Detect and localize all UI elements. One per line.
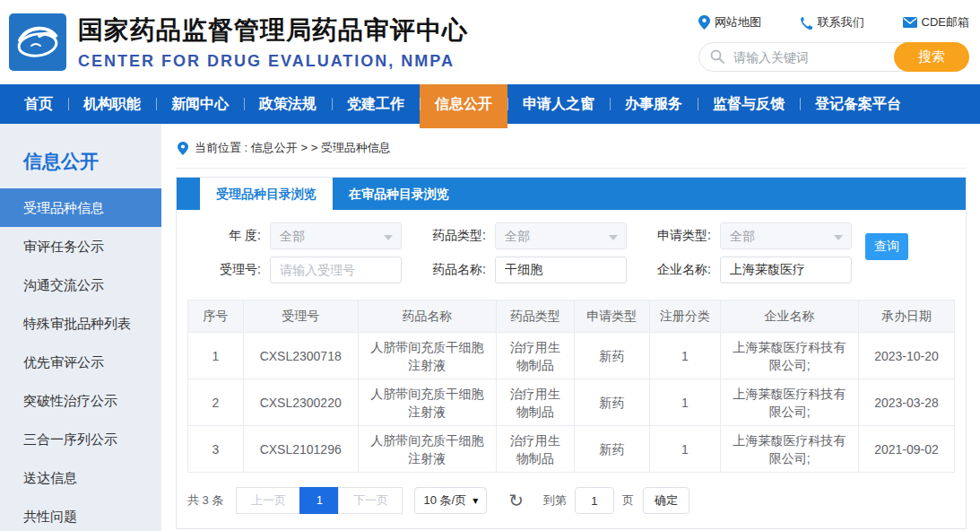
acceptance-no-input[interactable] <box>270 257 402 283</box>
query-button[interactable]: 查询 <box>865 233 908 260</box>
table-cell: 新药 <box>574 333 649 379</box>
total-count: 共 3 条 <box>187 492 223 509</box>
filter-area: 年 度: 全部 药品类型: 全部 <box>177 210 966 296</box>
col-date: 承办日期 <box>859 300 955 333</box>
nav-item-news[interactable]: 新闻中心 <box>156 84 244 124</box>
year-select[interactable]: 全部 <box>270 222 402 249</box>
page-size-value: 10 条/页 <box>423 492 466 509</box>
table-cell: 上海莱馥医疗科技有限公司; <box>721 426 859 473</box>
table-header-row: 序号 受理号 药品名称 药品类型 申请类型 注册分类 企业名称 承办日期 <box>188 300 955 333</box>
company-label: 企业名称: <box>643 262 711 278</box>
caret-down-icon <box>834 235 843 240</box>
col-seq: 序号 <box>188 300 244 333</box>
result-table: 序号 受理号 药品名称 药品类型 申请类型 注册分类 企业名称 承办日期 1 <box>187 300 955 473</box>
sidebar-item-communication[interactable]: 沟通交流公示 <box>0 266 161 304</box>
contact-link[interactable]: 联系我们 <box>800 14 864 30</box>
site-subtitle: CENTER FOR DRUG EVALUATION, NMPA <box>78 52 468 71</box>
cde-mail-link[interactable]: CDE邮箱 <box>903 14 969 30</box>
nav-item-home[interactable]: 首页 <box>9 84 68 124</box>
tab-accepted-catalog[interactable]: 受理品种目录浏览 <box>200 178 333 210</box>
breadcrumb: 当前位置 : 信息公开 > > 受理品种信息 <box>176 135 967 169</box>
prev-page-button[interactable]: 上一页 <box>236 487 300 514</box>
nav-item-party[interactable]: 党建工作 <box>332 84 420 124</box>
phone-icon <box>800 16 813 30</box>
table-row: 2 CXSL2300220 人脐带间充质干细胞注射液 治疗用生物制品 新药 1 … <box>188 379 955 426</box>
main-area: 当前位置 : 信息公开 > > 受理品种信息 受理品种目录浏览 在审品种目录浏览… <box>161 124 980 531</box>
sidebar-item-priority-review[interactable]: 优先审评公示 <box>0 343 161 381</box>
cde-mail-label: CDE邮箱 <box>922 14 969 30</box>
content-panel: 受理品种目录浏览 在审品种目录浏览 年 度: 全部 <box>176 177 967 529</box>
table-cell: 新药 <box>574 426 649 473</box>
table-cell: 上海莱馥医疗科技有限公司; <box>721 379 859 426</box>
nav-item-supervision[interactable]: 监督与反馈 <box>698 84 800 124</box>
col-company: 企业名称 <box>721 300 859 333</box>
tabbar: 受理品种目录浏览 在审品种目录浏览 <box>177 178 966 210</box>
title-block: 国家药品监督管理局药品审评中心 CENTER FOR DRUG EVALUATI… <box>78 13 468 71</box>
table-cell: 2023-03-28 <box>859 379 955 426</box>
sidebar-title: 信息公开 <box>0 135 161 188</box>
table-cell: 2 <box>188 379 244 426</box>
drug-type-select[interactable]: 全部 <box>495 222 627 249</box>
tab-under-review-catalog[interactable]: 在审品种目录浏览 <box>333 178 465 210</box>
confirm-button[interactable]: 确定 <box>643 487 689 514</box>
table-cell: 1 <box>649 333 721 379</box>
breadcrumb-pin-icon <box>178 142 188 155</box>
search-button[interactable]: 搜索 <box>894 42 969 72</box>
next-page-button[interactable]: 下一页 <box>338 487 403 514</box>
location-pin-icon <box>698 15 710 30</box>
sitemap-link[interactable]: 网站地图 <box>698 14 761 30</box>
quick-links: 网站地图 联系我们 CDE邮箱 <box>698 14 969 30</box>
sidebar-item-breakthrough-therapy[interactable]: 突破性治疗公示 <box>0 381 161 420</box>
page-size-select[interactable]: 10 条/页 ▾ <box>414 487 487 514</box>
table-row: 3 CXSL2101296 人脐带间充质干细胞注射液 治疗用生物制品 新药 1 … <box>188 426 955 473</box>
nav-item-policies[interactable]: 政策法规 <box>244 84 332 124</box>
pagination: 共 3 条 上一页 1 下一页 10 条/页 ▾ ↻ 到第 页 确定 <box>187 487 955 514</box>
goto-page-input[interactable] <box>575 487 614 514</box>
drug-name-label: 药品名称: <box>418 262 486 278</box>
main-nav: 首页 机构职能 新闻中心 政策法规 党建工作 信息公开 申请人之窗 办事服务 监… <box>0 84 980 124</box>
sidebar-item-accepted-varieties[interactable]: 受理品种信息 <box>0 188 161 227</box>
table-cell: CXSL2101296 <box>243 426 358 473</box>
sidebar-item-special-approval[interactable]: 特殊审批品种列表 <box>0 304 161 343</box>
caret-down-icon <box>384 235 393 240</box>
company-input[interactable] <box>720 257 852 283</box>
col-drug-name: 药品名称 <box>358 300 496 333</box>
table-cell: CXSL2300718 <box>243 333 358 379</box>
col-acceptance-no: 受理号 <box>243 300 358 333</box>
apply-type-select-value: 全部 <box>730 229 755 243</box>
contact-label: 联系我们 <box>818 14 864 30</box>
sidebar-item-delivery-info[interactable]: 送达信息 <box>0 458 161 497</box>
nav-item-functions[interactable]: 机构职能 <box>68 84 156 124</box>
table-cell: 3 <box>188 426 244 473</box>
nav-item-services[interactable]: 办事服务 <box>610 84 698 124</box>
nav-item-info-disclosure[interactable]: 信息公开 <box>420 84 507 128</box>
table-row: 1 CXSL2300718 人脐带间充质干细胞注射液 治疗用生物制品 新药 1 … <box>188 333 955 379</box>
table-cell: 新药 <box>574 379 649 426</box>
search-icon <box>710 49 724 67</box>
nav-item-registration-platform[interactable]: 登记备案平台 <box>800 84 916 124</box>
refresh-icon[interactable]: ↻ <box>508 492 524 509</box>
table-cell: 治疗用生物制品 <box>496 379 574 426</box>
page: 国家药品监督管理局药品审评中心 CENTER FOR DRUG EVALUATI… <box>0 0 980 531</box>
goto-unit: 页 <box>622 492 634 509</box>
breadcrumb-text: 当前位置 : 信息公开 > > 受理品种信息 <box>195 140 391 156</box>
sidebar: 信息公开 受理品种信息 审评任务公示 沟通交流公示 特殊审批品种列表 优先审评公… <box>0 124 161 531</box>
cde-logo-icon[interactable] <box>9 13 66 71</box>
apply-type-select[interactable]: 全部 <box>720 222 852 249</box>
sidebar-item-common-issues[interactable]: 共性问题 <box>0 497 161 531</box>
year-label: 年 度: <box>209 228 261 244</box>
table-cell: 人脐带间充质干细胞注射液 <box>358 379 496 426</box>
year-select-value: 全部 <box>280 229 305 243</box>
sitemap-label: 网站地图 <box>715 14 761 30</box>
table-cell: 人脐带间充质干细胞注射液 <box>358 333 496 379</box>
page-1-button[interactable]: 1 <box>299 487 339 514</box>
acceptance-no-label: 受理号: <box>209 262 261 278</box>
table-cell: 上海莱馥医疗科技有限公司; <box>721 333 859 379</box>
drug-name-input[interactable] <box>495 257 627 283</box>
header-right: 网站地图 联系我们 CDE邮箱 <box>698 13 969 72</box>
sidebar-item-review-tasks[interactable]: 审评任务公示 <box>0 227 161 266</box>
site-title: 国家药品监督管理局药品审评中心 <box>78 13 468 48</box>
drug-type-select-value: 全部 <box>505 229 530 243</box>
nav-item-applicant-window[interactable]: 申请人之窗 <box>507 84 610 124</box>
sidebar-item-three-in-one[interactable]: 三合一序列公示 <box>0 420 161 458</box>
